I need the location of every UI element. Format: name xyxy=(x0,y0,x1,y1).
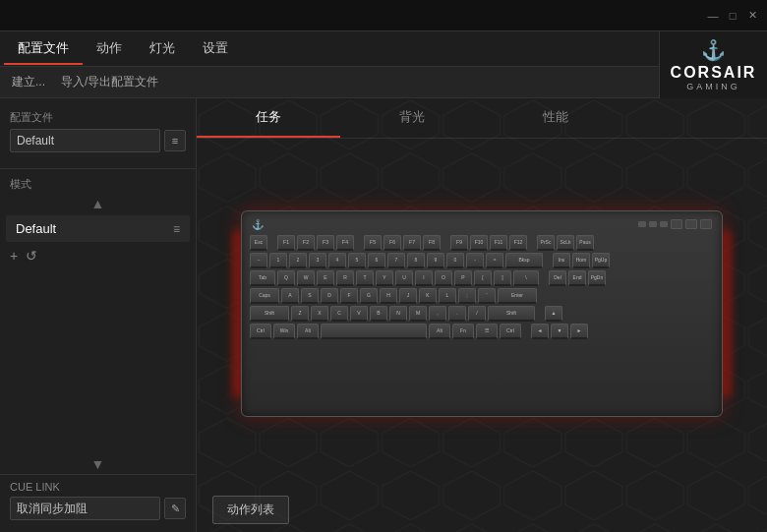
key-t[interactable]: T xyxy=(356,270,374,286)
menu-item-lighting[interactable]: 灯光 xyxy=(136,33,189,65)
key-del[interactable]: Del xyxy=(549,270,566,286)
tab-tasks[interactable]: 任务 xyxy=(197,98,340,138)
key-n[interactable]: N xyxy=(389,306,407,322)
key-tab[interactable]: Tab xyxy=(250,270,275,286)
key-a[interactable]: A xyxy=(281,288,299,304)
key-y[interactable]: Y xyxy=(376,270,393,286)
key-lalt[interactable]: Alt xyxy=(297,324,319,339)
key-ins[interactable]: Ins xyxy=(553,253,570,268)
key-r[interactable]: R xyxy=(336,270,354,286)
key-x[interactable]: X xyxy=(311,306,328,322)
key-f9[interactable]: F9 xyxy=(450,235,468,251)
key-l[interactable]: L xyxy=(439,288,456,304)
key-equals[interactable]: = xyxy=(486,253,503,268)
key-5[interactable]: 5 xyxy=(348,253,366,268)
key-lwin[interactable]: Win xyxy=(273,324,295,339)
import-export-button[interactable]: 导入/导出配置文件 xyxy=(61,74,158,90)
key-rbracket[interactable]: ] xyxy=(494,270,511,286)
key-period[interactable]: . xyxy=(448,306,466,322)
key-s[interactable]: S xyxy=(301,288,319,304)
key-f5[interactable]: F5 xyxy=(364,235,382,251)
key-fn[interactable]: Fn xyxy=(452,324,474,339)
key-f3[interactable]: F3 xyxy=(317,235,334,251)
key-i[interactable]: I xyxy=(415,270,433,286)
key-enter[interactable]: Enter xyxy=(498,288,537,304)
key-rctrl[interactable]: Ctrl xyxy=(500,324,521,339)
menu-item-actions[interactable]: 动作 xyxy=(83,33,136,65)
add-mode-button[interactable]: + xyxy=(10,248,18,264)
key-8[interactable]: 8 xyxy=(407,253,425,268)
profile-menu-button[interactable]: ≡ xyxy=(164,130,186,151)
restore-mode-button[interactable]: ↺ xyxy=(26,248,37,264)
key-f2[interactable]: F2 xyxy=(297,235,315,251)
key-arrow-up[interactable]: ▲ xyxy=(545,306,562,322)
key-menu[interactable]: ☰ xyxy=(476,324,498,339)
key-f6[interactable]: F6 xyxy=(384,235,401,251)
menu-item-profile[interactable]: 配置文件 xyxy=(4,33,83,65)
key-2[interactable]: 2 xyxy=(289,253,307,268)
profile-dropdown[interactable]: Default xyxy=(10,129,160,152)
key-backtick[interactable]: ~ xyxy=(250,253,267,268)
menu-item-settings[interactable]: 设置 xyxy=(189,33,242,65)
key-esc[interactable]: Esc xyxy=(250,235,267,251)
key-home[interactable]: Hom xyxy=(572,253,590,268)
key-backspace[interactable]: Bksp xyxy=(505,253,543,268)
key-f1[interactable]: F1 xyxy=(277,235,295,251)
key-v[interactable]: V xyxy=(350,306,368,322)
key-b[interactable]: B xyxy=(370,306,387,322)
key-f12[interactable]: F12 xyxy=(509,235,527,251)
maximize-button[interactable]: □ xyxy=(726,9,739,23)
key-scrlk[interactable]: ScLk xyxy=(557,235,574,251)
key-f4[interactable]: F4 xyxy=(336,235,354,251)
key-6[interactable]: 6 xyxy=(368,253,385,268)
key-k[interactable]: K xyxy=(419,288,437,304)
key-quote[interactable]: ' xyxy=(478,288,496,304)
key-arrow-left[interactable]: ◄ xyxy=(531,324,549,339)
key-lbracket[interactable]: [ xyxy=(474,270,492,286)
close-button[interactable]: ✕ xyxy=(745,9,759,23)
key-arrow-right[interactable]: ► xyxy=(570,324,588,339)
key-h[interactable]: H xyxy=(380,288,397,304)
key-semi[interactable]: ; xyxy=(458,288,476,304)
key-g[interactable]: G xyxy=(360,288,378,304)
key-w[interactable]: W xyxy=(297,270,315,286)
key-9[interactable]: 9 xyxy=(427,253,444,268)
key-pgdn[interactable]: PgDn xyxy=(588,270,606,286)
key-m[interactable]: M xyxy=(409,306,427,322)
key-end[interactable]: End xyxy=(568,270,586,286)
key-lshift[interactable]: Shift xyxy=(250,306,289,322)
minimize-button[interactable]: — xyxy=(706,9,720,23)
key-o[interactable]: O xyxy=(435,270,452,286)
key-lctrl[interactable]: Ctrl xyxy=(250,324,271,339)
key-space[interactable] xyxy=(321,324,427,339)
key-0[interactable]: 0 xyxy=(446,253,464,268)
key-j[interactable]: J xyxy=(399,288,417,304)
key-z[interactable]: Z xyxy=(291,306,309,322)
key-f7[interactable]: F7 xyxy=(403,235,421,251)
key-backslash[interactable]: \ xyxy=(513,270,539,286)
key-rshift[interactable]: Shift xyxy=(488,306,535,322)
key-prtsc[interactable]: PrSc xyxy=(537,235,555,251)
key-caps[interactable]: Caps xyxy=(250,288,279,304)
cue-link-dropdown[interactable]: 取消同步加阻 xyxy=(10,497,160,520)
key-f[interactable]: F xyxy=(340,288,358,304)
key-q[interactable]: Q xyxy=(277,270,295,286)
key-c[interactable]: C xyxy=(330,306,348,322)
action-list-button[interactable]: 动作列表 xyxy=(212,496,289,524)
key-minus[interactable]: - xyxy=(466,253,484,268)
build-button[interactable]: 建立... xyxy=(12,74,45,90)
mode-default-item[interactable]: Default ≡ xyxy=(6,215,190,242)
key-pause[interactable]: Paus xyxy=(576,235,594,251)
key-4[interactable]: 4 xyxy=(328,253,346,268)
key-d[interactable]: D xyxy=(321,288,338,304)
key-arrow-down[interactable]: ▼ xyxy=(551,324,568,339)
cue-link-edit-button[interactable]: ✎ xyxy=(164,498,186,519)
key-f8[interactable]: F8 xyxy=(423,235,441,251)
key-7[interactable]: 7 xyxy=(387,253,405,268)
chevron-down-icon[interactable]: ▼ xyxy=(0,454,196,474)
key-3[interactable]: 3 xyxy=(309,253,326,268)
key-1[interactable]: 1 xyxy=(269,253,287,268)
key-e[interactable]: E xyxy=(317,270,334,286)
tab-performance[interactable]: 性能 xyxy=(484,98,627,138)
key-comma[interactable]: , xyxy=(429,306,446,322)
